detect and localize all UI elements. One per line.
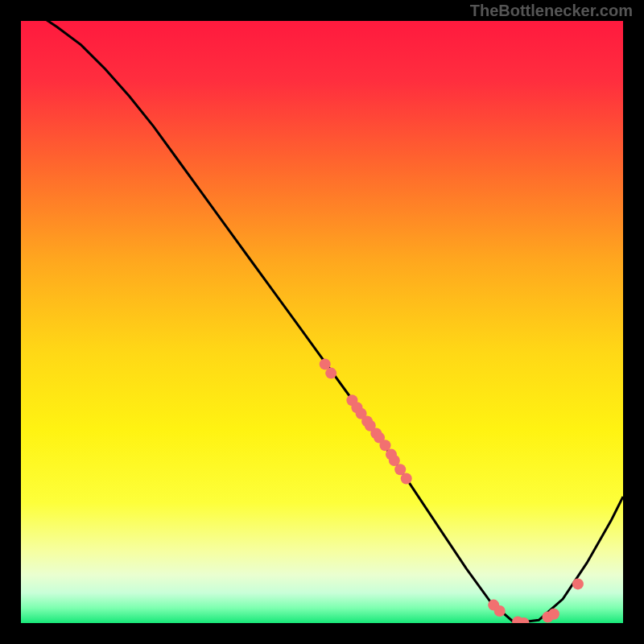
- chart-svg: [21, 21, 623, 623]
- data-point: [494, 605, 506, 617]
- data-point: [401, 473, 412, 485]
- data-point: [325, 368, 336, 379]
- data-point: [548, 609, 559, 620]
- data-points: [320, 358, 584, 623]
- watermark-text: TheBottlenecker.com: [470, 2, 633, 20]
- data-point: [572, 578, 584, 589]
- plot-area: [21, 21, 623, 623]
- bottleneck-curve: [21, 21, 623, 623]
